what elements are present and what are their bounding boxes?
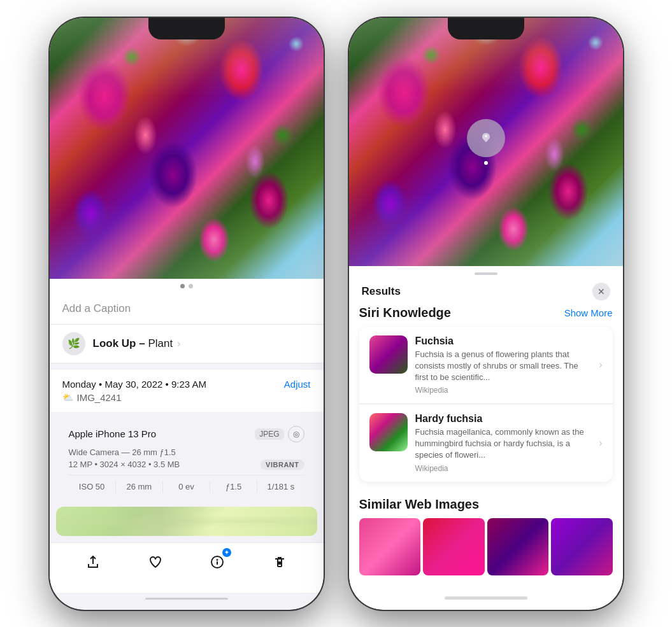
cloud-icon: ⛅ [62, 392, 73, 402]
exif-aperture: ƒ1.5 [210, 481, 257, 493]
results-title: Results [362, 285, 401, 298]
similar-images-grid [359, 518, 613, 575]
info-button[interactable]: ✦ [206, 551, 229, 574]
svg-point-2 [217, 560, 218, 560]
left-phone: Add a Caption 🌿 Look Up – Plant › Monday… [50, 18, 324, 610]
siri-header: Siri Knowledge Show More [359, 306, 613, 320]
close-button[interactable]: ✕ [592, 283, 610, 300]
filename-row: ⛅ IMG_4241 [62, 392, 311, 403]
page-dots [50, 279, 324, 293]
caption-area[interactable]: Add a Caption [50, 293, 324, 325]
notch [148, 18, 225, 39]
file-details: 12 MP • 3024 × 4032 • 3.5 MB VIBRANT [69, 460, 304, 470]
exif-shutter: 1/181 s [257, 481, 304, 493]
hardy-fuchsia-chevron-icon: › [599, 437, 602, 449]
visual-lookup-badge[interactable] [467, 119, 505, 157]
show-more-button[interactable]: Show More [564, 307, 613, 318]
dot-1 [180, 284, 185, 288]
right-screen: Results ✕ Siri Knowledge Show More Fuchs… [349, 18, 623, 610]
similar-section: Similar Web Images [349, 490, 623, 575]
date-text: Monday • May 30, 2022 • 9:23 AM [62, 379, 206, 390]
similar-image-4[interactable] [551, 518, 613, 575]
knowledge-card: Fuchsia Fuchsia is a genus of flowering … [359, 327, 613, 482]
hardy-fuchsia-source: Wikipedia [415, 464, 592, 473]
svg-point-5 [485, 135, 487, 137]
siri-section: Siri Knowledge Show More Fuchsia Fuchsia… [349, 306, 623, 490]
exif-ev: 0 ev [163, 481, 210, 493]
map-preview[interactable] [56, 507, 317, 537]
fuchsia-name: Fuchsia [415, 335, 592, 347]
caption-placeholder[interactable]: Add a Caption [62, 302, 131, 314]
fuchsia-chevron-icon: › [599, 359, 602, 370]
format-badges: JPEG ◎ [255, 426, 304, 442]
fuchsia-source: Wikipedia [415, 386, 592, 395]
fuchsia-thumbnail [369, 335, 408, 374]
similar-image-1[interactable] [359, 518, 421, 575]
exif-row: ISO 50 26 mm 0 ev ƒ1.5 1/181 s [69, 475, 304, 493]
similar-image-3[interactable] [487, 518, 549, 575]
location-icon: ◎ [288, 426, 304, 442]
dot-2 [189, 284, 193, 288]
vibrant-badge: VIBRANT [261, 460, 304, 470]
results-header: Results ✕ [349, 275, 623, 306]
fuchsia-description: Fuchsia is a genus of flowering plants t… [415, 349, 592, 384]
format-badge: JPEG [255, 428, 283, 440]
favorite-button[interactable] [144, 551, 167, 574]
lookup-chevron-icon: › [177, 338, 180, 349]
similar-image-2[interactable] [423, 518, 485, 575]
hardy-fuchsia-description: Fuchsia magellanica, commonly known as t… [415, 426, 592, 461]
siri-knowledge-title: Siri Knowledge [359, 306, 451, 320]
toolbar: ✦ [50, 542, 324, 593]
metadata-section: Monday • May 30, 2022 • 9:23 AM Adjust ⛅… [50, 370, 324, 412]
home-indicator [145, 598, 228, 599]
leaf-icon: 🌿 [68, 337, 80, 349]
filename: IMG_4241 [77, 392, 122, 403]
delete-button[interactable] [268, 551, 291, 574]
flower-photo-left[interactable] [50, 18, 324, 279]
notch-right [448, 18, 524, 39]
similar-images-title: Similar Web Images [359, 497, 613, 512]
hardy-fuchsia-text: Hardy fuchsia Fuchsia magellanica, commo… [415, 413, 592, 473]
camera-details: Wide Camera — 26 mm ƒ1.5 [69, 447, 304, 457]
hardy-fuchsia-name: Hardy fuchsia [415, 413, 592, 425]
device-name: Apple iPhone 13 Pro [69, 428, 157, 439]
file-info: 12 MP • 3024 × 4032 • 3.5 MB [69, 460, 180, 469]
share-button[interactable] [82, 551, 104, 574]
results-panel: Results ✕ Siri Knowledge Show More Fuchs… [349, 266, 623, 591]
flower-photo-right[interactable] [349, 18, 623, 266]
leaf-badge: 🌿 [62, 332, 85, 355]
right-phone: Results ✕ Siri Knowledge Show More Fuchs… [349, 18, 623, 610]
knowledge-item-hardy-fuchsia[interactable]: Hardy fuchsia Fuchsia magellanica, commo… [359, 404, 613, 482]
lookup-label: Look Up – Plant › [93, 337, 181, 350]
visual-lookup-dot [484, 161, 488, 165]
exif-iso: ISO 50 [69, 481, 116, 493]
device-section: Apple iPhone 13 Pro JPEG ◎ Wide Camera —… [56, 418, 317, 500]
adjust-button[interactable]: Adjust [284, 379, 311, 390]
lookup-row[interactable]: 🌿 Look Up – Plant › [50, 325, 324, 363]
fuchsia-text: Fuchsia Fuchsia is a genus of flowering … [415, 335, 592, 395]
date-row: Monday • May 30, 2022 • 9:23 AM Adjust [62, 379, 311, 390]
exif-focal: 26 mm [116, 481, 163, 493]
left-screen: Add a Caption 🌿 Look Up – Plant › Monday… [50, 18, 324, 610]
knowledge-item-fuchsia[interactable]: Fuchsia Fuchsia is a genus of flowering … [359, 327, 613, 404]
info-badge: ✦ [222, 548, 231, 557]
hardy-fuchsia-thumbnail [369, 413, 408, 451]
device-row: Apple iPhone 13 Pro JPEG ◎ [69, 426, 304, 442]
home-indicator-right [445, 596, 527, 600]
